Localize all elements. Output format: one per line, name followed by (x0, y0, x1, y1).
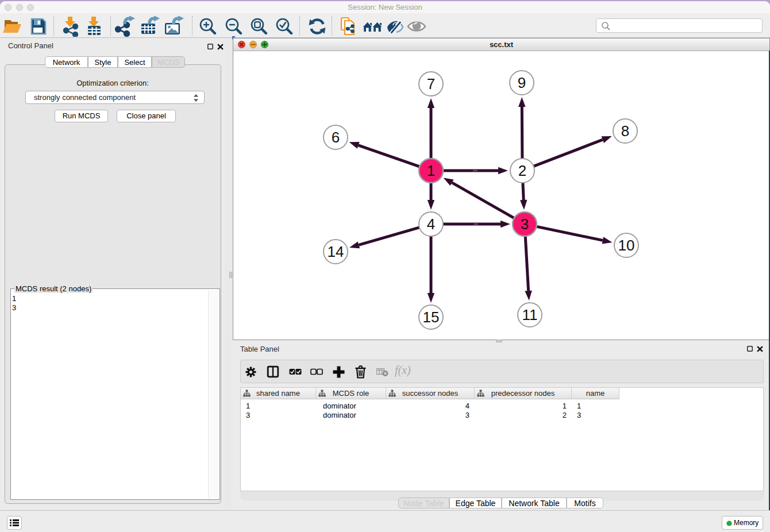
svg-text:6: 6 (332, 129, 340, 146)
svg-text:2: 2 (518, 162, 526, 179)
svg-text:9: 9 (518, 74, 526, 91)
svg-text:7: 7 (427, 75, 435, 92)
svg-text:4: 4 (427, 215, 435, 233)
svg-text:1: 1 (427, 162, 435, 179)
svg-text:8: 8 (621, 122, 629, 140)
svg-text:14: 14 (328, 243, 344, 260)
svg-text:3: 3 (521, 215, 529, 233)
svg-text:15: 15 (423, 309, 440, 326)
svg-text:10: 10 (618, 237, 635, 254)
svg-text:11: 11 (522, 306, 538, 323)
